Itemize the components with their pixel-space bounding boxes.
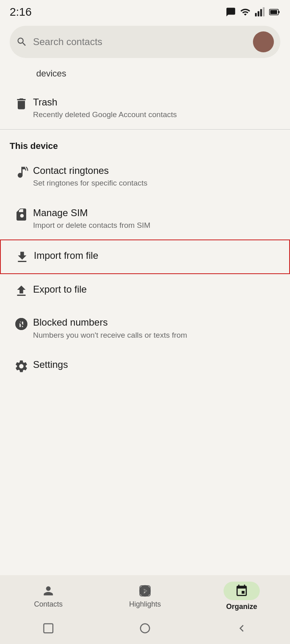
trash-subtitle: Recently deleted Google Account contacts xyxy=(33,109,280,120)
search-bar[interactable]: Search contacts xyxy=(10,26,280,58)
signal-icon xyxy=(255,7,265,17)
avatar[interactable] xyxy=(253,31,274,52)
menu-item-settings[interactable]: Settings xyxy=(0,349,290,382)
svg-rect-11 xyxy=(44,624,53,633)
svg-rect-3 xyxy=(263,7,265,17)
nav-item-highlights[interactable]: Highlights xyxy=(117,584,173,609)
settings-text: Settings xyxy=(33,358,280,371)
devices-partial-text: devices xyxy=(0,64,290,87)
menu-item-trash[interactable]: Trash Recently deleted Google Account co… xyxy=(0,87,290,129)
highlights-nav-icon xyxy=(138,584,152,598)
download-icon xyxy=(10,250,34,264)
upload-icon xyxy=(10,284,33,298)
svg-rect-5 xyxy=(278,11,280,13)
nav-square-button[interactable] xyxy=(42,622,54,634)
sim-icon xyxy=(10,207,33,222)
contacts-nav-label: Contacts xyxy=(34,600,62,609)
nav-home-button[interactable] xyxy=(139,622,151,634)
search-bar-container: Search contacts xyxy=(0,22,290,64)
contacts-nav-icon xyxy=(41,584,55,598)
search-placeholder: Search contacts xyxy=(33,36,247,47)
status-icons xyxy=(226,7,280,17)
trash-title: Trash xyxy=(33,96,280,108)
blocked-numbers-title: Blocked numbers xyxy=(33,316,280,328)
bottom-nav: Contacts Highlights Organize xyxy=(0,575,290,616)
import-file-title: Import from file xyxy=(34,249,280,262)
chat-bubble-icon xyxy=(226,7,236,17)
menu-item-import-from-file[interactable]: Import from file xyxy=(0,239,290,274)
organize-nav-label: Organize xyxy=(226,603,257,611)
menu-item-blocked-numbers[interactable]: Blocked numbers Numbers you won't receiv… xyxy=(0,307,290,349)
export-file-text: Export to file xyxy=(33,283,280,295)
ringtone-icon xyxy=(10,165,33,180)
block-icon xyxy=(10,317,33,331)
ringtones-title: Contact ringtones xyxy=(33,164,280,177)
blocked-numbers-text: Blocked numbers Numbers you won't receiv… xyxy=(33,316,280,341)
export-file-title: Export to file xyxy=(33,283,280,295)
nav-back-button[interactable] xyxy=(236,622,248,634)
organize-active-bg xyxy=(224,582,260,600)
svg-rect-6 xyxy=(270,10,277,14)
menu-item-export-to-file[interactable]: Export to file xyxy=(0,274,290,307)
ringtones-subtitle: Set ringtones for specific contacts xyxy=(33,178,280,189)
svg-rect-0 xyxy=(255,13,257,17)
search-icon xyxy=(16,36,27,47)
menu-item-manage-sim[interactable]: Manage SIM Import or delete contacts fro… xyxy=(0,198,290,240)
highlights-nav-label: Highlights xyxy=(129,600,161,609)
settings-icon xyxy=(10,359,33,374)
manage-sim-text: Manage SIM Import or delete contacts fro… xyxy=(33,206,280,231)
svg-rect-1 xyxy=(258,11,259,17)
import-file-text: Import from file xyxy=(34,249,280,262)
manage-sim-subtitle: Import or delete contacts from SIM xyxy=(33,220,280,231)
nav-item-contacts[interactable]: Contacts xyxy=(20,584,77,609)
settings-title: Settings xyxy=(33,358,280,371)
this-device-header: This device xyxy=(0,130,290,155)
menu-item-contact-ringtones[interactable]: Contact ringtones Set ringtones for spec… xyxy=(0,155,290,198)
svg-point-12 xyxy=(141,624,150,633)
trash-icon xyxy=(10,97,33,111)
battery-icon xyxy=(269,7,280,17)
status-time: 2:16 xyxy=(10,6,32,19)
main-content: devices Trash Recently deleted Google Ac… xyxy=(0,64,290,575)
wifi-icon xyxy=(240,7,251,17)
blocked-numbers-subtitle: Numbers you won't receive calls or texts… xyxy=(33,330,280,341)
system-nav xyxy=(0,616,290,644)
svg-rect-2 xyxy=(260,9,262,16)
nav-item-organize[interactable]: Organize xyxy=(213,582,270,611)
ringtones-text: Contact ringtones Set ringtones for spec… xyxy=(33,164,280,189)
trash-text: Trash Recently deleted Google Account co… xyxy=(33,96,280,120)
status-bar: 2:16 xyxy=(0,0,290,22)
manage-sim-title: Manage SIM xyxy=(33,206,280,219)
